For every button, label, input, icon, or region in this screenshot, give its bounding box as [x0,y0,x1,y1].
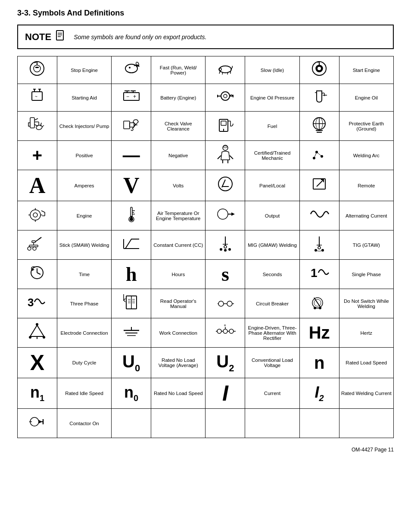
symbol-rated-no-load-speed: n0 [112,378,151,409]
symbol-circuit-breaker [206,289,245,318]
svg-point-151 [223,329,227,333]
symbol-empty-2 [206,409,245,438]
symbol-hertz: Hz [299,318,339,348]
symbol-empty-1 [112,409,151,438]
label-rated-no-load-avg: Rated No Load Voltage (Average) [151,348,206,378]
svg-point-143 [29,336,31,339]
symbol-hours: h [112,260,151,289]
label-start-engine: Start Engine [339,56,393,84]
svg-rect-54 [221,121,226,125]
symbol-engine [18,201,57,230]
symbol-negative: — [112,141,151,170]
label-current: Current [245,378,299,409]
symbol-engine-oil [299,84,339,112]
label-work-conn: Work Connection [151,318,206,348]
label-panel-local: Panel/Local [245,170,299,201]
svg-point-109 [224,249,227,252]
symbol-battery: − + [112,84,151,112]
label-amperes: Amperes [57,170,111,201]
symbol-rated-no-load-avg: U0 [112,348,151,378]
symbol-read-manual [112,289,151,318]
svg-text:≡: ≡ [224,324,226,327]
symbol-stop-engine [18,56,57,84]
symbol-engine-driven: ≡ [206,318,245,348]
symbols-table: Stop Engine Fast (Run, Weld/ Power) [17,56,394,438]
symbol-rated-welding-current: I2 [299,378,339,409]
label-check-injectors: Check Injectors/ Pump [57,112,111,141]
symbol-engine-oil-pressure [206,84,245,112]
table-row: Check Injectors/ Pump Check Valve Cleara… [18,112,394,141]
svg-rect-49 [124,121,130,129]
svg-point-11 [129,67,131,68]
symbol-mig-gmaw [206,230,245,260]
label-remote: Remote [339,170,393,201]
label-mig-gmaw: MIG (GMAW) Welding [245,230,299,260]
symbol-empty-3 [299,409,339,438]
label-check-valve: Check Valve Clearance [151,112,206,141]
label-rated-welding-current: Rated Welding Current [339,378,393,409]
label-duty-cycle: Duty Cycle [57,348,111,378]
table-row: n1 Rated Idle Speed n0 Rated No Load Spe… [18,378,394,409]
symbol-three-phase: 3 [18,289,57,318]
svg-point-79 [30,210,40,220]
symbol-panel-local [206,170,245,201]
label-slow-idle: Slow (Idle) [245,56,299,84]
svg-line-65 [218,156,221,159]
label-hours: Hours [151,260,206,289]
symbol-amperes: A [18,170,57,201]
label-cc: Constant Current (CC) [151,230,206,260]
label-rated-no-load-speed: Rated No Load Speed [151,378,206,409]
svg-rect-0 [56,31,63,40]
svg-point-37 [224,94,227,98]
svg-line-118 [37,273,40,274]
label-engine-oil-pressure: Engine Oil Pressure [245,84,299,112]
symbol-cc [112,230,151,260]
note-icon [55,30,67,44]
svg-marker-119 [32,268,34,271]
label-positive: Positive [57,141,111,170]
table-row: X Duty Cycle U0 Rated No Load Voltage (A… [18,348,394,378]
label-ac: Alternating Current [339,201,393,230]
svg-point-20 [318,67,321,70]
svg-text:1: 1 [311,266,318,280]
svg-point-93 [218,209,228,219]
svg-text:−: − [126,93,129,100]
label-electrode-conn: Electrode Connection [57,318,111,348]
note-description: Some symbols are found only on export pr… [74,34,206,40]
symbol-conv-load: U2 [206,348,245,378]
symbol-ac [299,201,339,230]
symbol-temp [112,201,151,230]
symbol-starting-aid: ~ [18,84,57,112]
svg-line-74 [314,152,317,158]
label-stop-engine: Stop Engine [57,56,111,84]
symbol-certified-mechanic [206,141,245,170]
svg-point-75 [218,177,232,191]
svg-point-110 [228,248,231,251]
label-three-phase: Three Phase [57,289,111,318]
svg-point-150 [217,329,221,333]
label-tig-gtaw: TIG (GTAW) [339,230,393,260]
symbol-fast-run [112,56,151,84]
label-empty-3 [339,409,393,438]
label-circuit-breaker: Circuit Breaker [245,289,299,318]
label-temp: Air Temperature Or Engine Temperature [151,201,206,230]
table-row: A Amperes V Volts Panel/Local [18,170,394,201]
svg-point-5 [34,65,40,72]
svg-line-43 [34,118,38,120]
label-rated-idle-speed: Rated Idle Speed [57,378,111,409]
symbol-electrode-conn [18,318,57,348]
svg-rect-42 [30,118,34,128]
symbol-seconds: s [206,260,245,289]
symbol-duty-cycle: X [18,348,57,378]
symbol-contactor-on [18,409,57,438]
label-engine-oil: Engine Oil [339,84,393,112]
symbol-single-phase: 1 [299,260,339,289]
svg-marker-141 [30,325,44,336]
symbol-positive: + [18,141,57,170]
svg-point-80 [33,213,37,217]
table-row: Time h Hours s Seconds 1 Single Phase [18,260,394,289]
svg-line-73 [317,152,322,156]
svg-line-15 [222,72,223,75]
label-hertz: Hertz [339,318,393,348]
label-welding-arc: Welding Arc [339,141,393,170]
